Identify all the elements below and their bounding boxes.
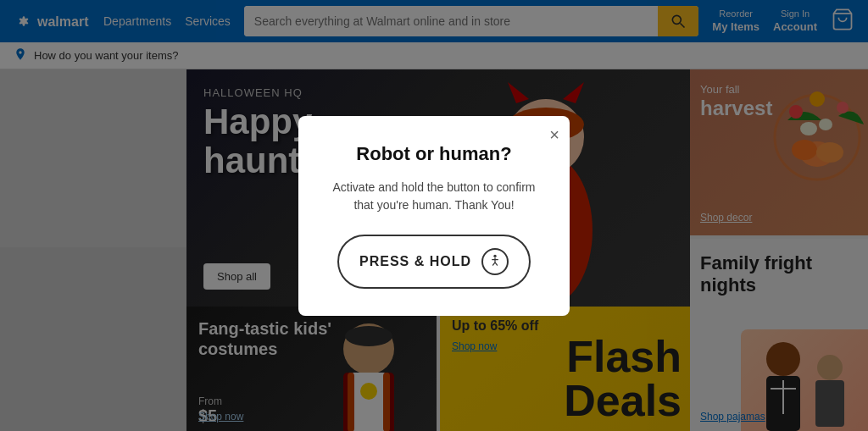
modal-close-button[interactable]: × (549, 126, 559, 143)
press-hold-button[interactable]: PRESS & HOLD (337, 235, 531, 289)
modal-message: Activate and hold the button to confirm … (332, 179, 536, 214)
modal-title: Robot or human? (332, 143, 536, 165)
accessibility-icon (481, 248, 509, 275)
modal-overlay: × Robot or human? Activate and hold the … (0, 0, 868, 431)
captcha-modal: × Robot or human? Activate and hold the … (298, 116, 570, 316)
svg-point-37 (493, 254, 496, 257)
press-hold-label: PRESS & HOLD (359, 254, 471, 269)
